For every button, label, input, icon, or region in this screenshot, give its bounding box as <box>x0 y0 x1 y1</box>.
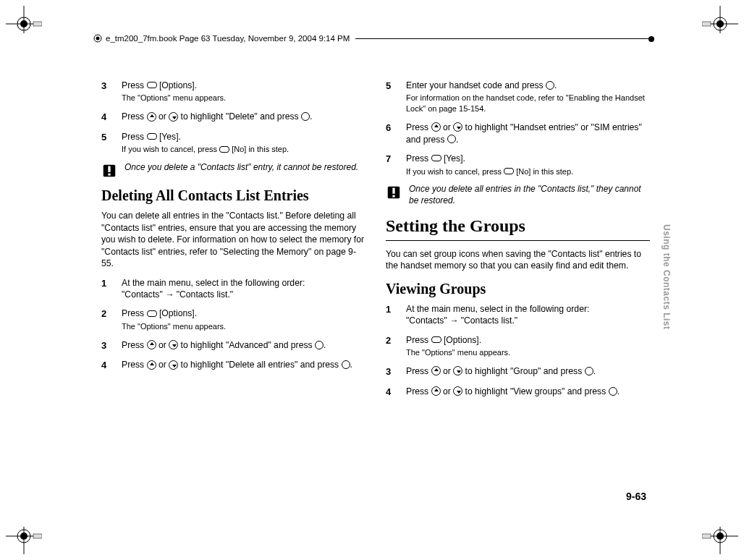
nav-down-icon <box>169 340 178 349</box>
text: . <box>593 366 596 376</box>
svg-point-22 <box>96 37 100 41</box>
softkey-icon <box>504 168 514 174</box>
text: If you wish to cancel, press <box>406 167 504 176</box>
svg-rect-24 <box>108 166 110 172</box>
step-sub: For information on the handset code, ref… <box>406 93 650 114</box>
text: At the main menu, select in the followin… <box>406 304 589 314</box>
step-number: 2 <box>101 307 122 331</box>
text: to highlight "Delete all entries" and pr… <box>178 360 341 370</box>
text: to highlight "Advanced" and press <box>178 340 315 350</box>
step-body: Press [Options]. The "Options" menu appe… <box>122 80 365 103</box>
center-key-icon <box>447 135 456 143</box>
header-ornament-icon <box>93 33 103 43</box>
text: to highlight "Group" and press <box>462 366 585 376</box>
step-b3: 3 Press or to highlight "Advanced" and p… <box>101 339 365 352</box>
crop-mark-tl <box>6 6 42 42</box>
step-body: Press or to highlight "Handset entries" … <box>406 122 650 145</box>
step-body: Press [Options]. The "Options" menu appe… <box>122 307 365 331</box>
text: or <box>441 386 454 396</box>
warning-note: Once you delete all entries in the "Cont… <box>386 184 650 206</box>
caution-icon <box>101 163 117 179</box>
svg-rect-27 <box>392 188 394 194</box>
step-body: Press or to highlight "Delete all entrie… <box>122 359 365 372</box>
page-number: 9-63 <box>626 491 646 502</box>
step-r7: 7 Press [Yes]. If you wish to cancel, pr… <box>386 153 650 177</box>
step-body: Press or to highlight "Delete" and press… <box>122 111 365 124</box>
text: [Yes]. <box>157 132 181 142</box>
text: or <box>156 340 169 350</box>
left-column: 3 Press [Options]. The "Options" menu ap… <box>101 80 365 473</box>
text: or <box>441 122 454 132</box>
paragraph: You can delete all entries in the "Conta… <box>101 210 365 269</box>
softkey-icon <box>219 146 229 153</box>
running-header: e_tm200_7fm.book Page 63 Tuesday, Novemb… <box>93 33 651 43</box>
step-4: 4 Press or to highlight "Delete" and pre… <box>101 111 365 124</box>
content-area: 3 Press [Options]. The "Options" menu ap… <box>101 80 650 473</box>
step-body: At the main menu, select in the followin… <box>406 303 650 327</box>
svg-rect-25 <box>108 174 110 176</box>
step-body: Press [Yes]. If you wish to cancel, pres… <box>122 131 365 155</box>
softkey-icon <box>147 82 157 88</box>
heading-setting-groups: Setting the Groups <box>386 214 650 237</box>
nav-up-icon <box>431 366 441 376</box>
nav-up-icon <box>147 112 156 122</box>
step-number: 3 <box>101 80 122 103</box>
svg-rect-28 <box>392 195 394 198</box>
step-r5: 5 Enter your handset code and press . Fo… <box>386 80 650 114</box>
heading-deleting-all: Deleting All Contacts List Entries <box>101 186 365 205</box>
svg-rect-10 <box>702 22 711 26</box>
text: . <box>324 340 326 350</box>
nav-up-icon <box>431 122 441 132</box>
text: . <box>350 360 352 370</box>
step-sub: The "Options" menu appears. <box>122 93 365 103</box>
page-root: { "header": "e_tm200_7fm.book Page 63 Tu… <box>0 0 744 560</box>
step-number: 4 <box>101 111 122 124</box>
arrow-icon: → <box>165 289 174 300</box>
center-key-icon <box>585 367 593 376</box>
nav-down-icon <box>453 366 462 376</box>
text: If you wish to cancel, press <box>122 145 219 153</box>
text: Press <box>406 122 431 132</box>
text: . <box>554 80 557 90</box>
text: [Yes]. <box>441 153 465 164</box>
step-number: 3 <box>386 365 406 378</box>
text: or <box>441 366 454 376</box>
svg-rect-5 <box>33 22 42 26</box>
step-c3: 3 Press or to highlight "Group" and pres… <box>386 365 650 378</box>
text: "Contacts" <box>406 315 449 326</box>
svg-point-3 <box>20 20 28 27</box>
nav-up-icon <box>431 386 441 396</box>
text: or <box>156 111 169 122</box>
step-body: At the main menu, select in the followin… <box>122 277 365 301</box>
text: . <box>617 386 620 396</box>
svg-point-19 <box>716 533 724 540</box>
crop-mark-br <box>702 518 738 554</box>
step-sub: The "Options" menu appears. <box>406 347 650 358</box>
text: Press <box>406 366 431 376</box>
svg-point-14 <box>20 533 28 540</box>
text: to highlight "View groups" and press <box>462 386 609 396</box>
step-number: 1 <box>386 303 406 327</box>
step-c1: 1 At the main menu, select in the follow… <box>386 303 650 327</box>
nav-down-icon <box>453 386 462 396</box>
center-key-icon <box>301 112 310 121</box>
text: Press <box>122 132 147 142</box>
step-b4: 4 Press or to highlight "Delete all entr… <box>101 359 365 372</box>
svg-rect-15 <box>33 534 42 538</box>
softkey-icon <box>147 310 157 317</box>
softkey-icon <box>431 155 441 161</box>
center-key-icon <box>315 341 324 349</box>
step-number: 4 <box>386 386 406 399</box>
text: [No] in this step. <box>514 167 573 176</box>
svg-rect-20 <box>702 534 711 538</box>
header-rule <box>355 38 651 39</box>
step-sub: If you wish to cancel, press [No] in thi… <box>122 144 365 155</box>
side-tab-label: Using the Contacts List <box>657 224 672 376</box>
text: Press <box>406 335 431 345</box>
text: Press <box>122 111 147 122</box>
softkey-icon <box>431 336 441 343</box>
text: [Options]. <box>157 80 198 90</box>
text: Press <box>122 80 147 90</box>
text: "Contacts list." <box>458 315 517 326</box>
text: [No] in this step. <box>229 145 289 153</box>
